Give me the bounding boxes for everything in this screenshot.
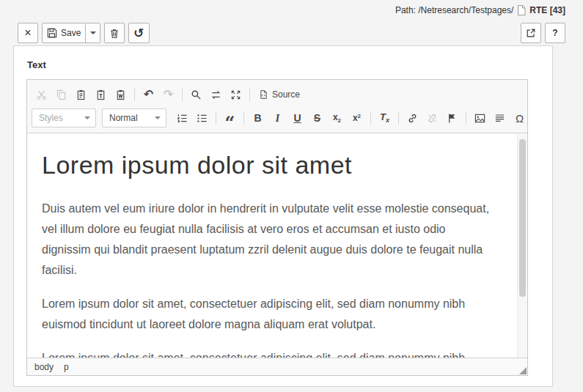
cut-button[interactable] — [32, 86, 51, 103]
copy-icon — [56, 89, 67, 100]
bold-icon: B — [254, 113, 261, 123]
toolbar-separator — [466, 111, 466, 125]
italic-icon: I — [276, 113, 280, 124]
history-icon: ↺ — [133, 27, 144, 40]
trash-icon — [109, 28, 120, 39]
remove-format-icon: Tx — [380, 112, 389, 124]
history-button[interactable]: ↺ — [128, 23, 149, 43]
bulleted-list-icon — [197, 113, 208, 124]
underline-icon: U — [293, 113, 301, 123]
element-path-p[interactable]: p — [64, 362, 69, 372]
editor-toolbar: ↶ ↷ Source — [27, 80, 527, 133]
content-paragraph: Duis autem vel eum iriure dolor in hendr… — [42, 199, 494, 281]
horizontal-line-icon — [494, 113, 505, 124]
toolbar-separator — [182, 88, 183, 101]
undo-button[interactable]: ↶ — [139, 86, 158, 103]
rich-text-editor: ↶ ↷ Source — [26, 79, 528, 376]
path-label: Path: /Netresearch/Testpages/ — [395, 5, 513, 15]
styles-label: Styles — [39, 113, 63, 123]
find-button[interactable] — [186, 86, 206, 103]
toolbar-separator — [134, 88, 135, 101]
link-button[interactable] — [403, 109, 422, 127]
remove-format-button[interactable]: Tx — [375, 109, 395, 127]
bulleted-list-button[interactable] — [192, 109, 212, 127]
copy-button[interactable] — [51, 86, 71, 103]
styles-dropdown[interactable]: Styles — [32, 108, 96, 127]
special-character-button[interactable]: Ω — [510, 109, 529, 127]
editor-content-area[interactable]: Lorem ipsum dolor sit amet Duis autem ve… — [27, 133, 527, 358]
search-icon — [191, 89, 202, 100]
save-icon — [47, 28, 57, 38]
help-label: ? — [552, 28, 557, 38]
flag-icon — [447, 113, 458, 124]
element-path-body[interactable]: body — [34, 362, 54, 372]
bold-button[interactable]: B — [248, 109, 268, 127]
chevron-down-icon — [84, 117, 90, 119]
maximize-button[interactable] — [226, 86, 246, 103]
redo-button[interactable]: ↷ — [158, 86, 178, 103]
source-icon — [259, 89, 268, 100]
save-dropdown-button[interactable] — [86, 23, 100, 43]
subscript-icon: x2 — [333, 113, 341, 124]
source-label: Source — [272, 89, 300, 100]
unlink-button[interactable] — [422, 109, 442, 127]
omega-icon: Ω — [516, 113, 524, 124]
typo3-record-edit-screen: { "header": { "path_label": "Path: /Netr… — [0, 0, 583, 392]
scrollbar-thumb[interactable] — [519, 139, 526, 297]
replace-button[interactable] — [206, 86, 226, 103]
paste-button[interactable] — [71, 86, 91, 103]
strikethrough-icon: S — [314, 113, 320, 123]
open-new-window-button[interactable] — [521, 23, 541, 43]
save-button[interactable]: Save — [42, 23, 86, 43]
toolbar-separator — [216, 111, 216, 125]
record-path: Path: /Netresearch/Testpages/ RTE [43] — [395, 5, 565, 15]
format-label: Normal — [109, 113, 138, 123]
doc-header: × Save ↺ ? — [0, 21, 583, 45]
toolbar-row-2: Styles Normal “ B I U S — [32, 106, 523, 130]
record-edit-panel: Text ↶ ↷ — [13, 45, 553, 387]
superscript-button[interactable]: x2 — [347, 109, 367, 127]
strikethrough-button[interactable]: S — [307, 109, 327, 127]
horizontal-line-button[interactable] — [490, 109, 510, 127]
content-paragraph: Lorem ipsum dolor sit amet, consectetuer… — [42, 348, 494, 358]
format-dropdown[interactable]: Normal — [102, 108, 166, 127]
chevron-down-icon — [90, 32, 96, 34]
toolbar-separator — [243, 111, 244, 125]
save-button-group: Save — [42, 23, 100, 43]
paste-text-button[interactable] — [91, 86, 111, 103]
unlink-icon — [427, 113, 438, 124]
toolbar-separator — [249, 88, 250, 101]
delete-button[interactable] — [104, 23, 125, 43]
anchor-button[interactable] — [442, 109, 462, 127]
toolbar-separator — [370, 111, 371, 125]
numbered-list-button[interactable] — [172, 109, 192, 127]
content-heading: Lorem ipsum dolor sit amet — [42, 151, 494, 180]
toolbar-row-1: ↶ ↷ Source — [32, 83, 523, 106]
page-icon — [517, 5, 526, 15]
new-window-icon — [526, 28, 536, 38]
link-icon — [407, 113, 418, 124]
chevron-down-icon — [155, 117, 161, 119]
paste-from-word-icon — [115, 89, 126, 100]
paste-icon — [76, 89, 87, 100]
save-label: Save — [61, 28, 81, 38]
field-label-text: Text — [14, 46, 552, 79]
paste-plain-text-icon — [95, 89, 106, 100]
undo-icon: ↶ — [144, 89, 153, 100]
underline-button[interactable]: U — [287, 109, 307, 127]
image-button[interactable] — [470, 109, 490, 127]
paste-word-button[interactable] — [111, 86, 131, 103]
blockquote-button[interactable]: “ — [220, 109, 240, 127]
subscript-button[interactable]: x2 — [327, 109, 347, 127]
redo-icon: ↷ — [164, 89, 173, 100]
record-title: RTE [43] — [529, 5, 565, 15]
close-button[interactable]: × — [18, 23, 38, 43]
italic-button[interactable]: I — [268, 109, 287, 127]
help-button[interactable]: ? — [545, 23, 565, 43]
content-paragraph: Lorem ipsum dolor sit amet, consectetuer… — [42, 294, 494, 335]
cut-icon — [36, 89, 47, 100]
resize-handle[interactable] — [519, 367, 527, 374]
editor-statusbar: body p — [27, 358, 527, 375]
editor-scrollbar[interactable] — [517, 133, 527, 358]
source-button[interactable]: Source — [254, 86, 305, 103]
